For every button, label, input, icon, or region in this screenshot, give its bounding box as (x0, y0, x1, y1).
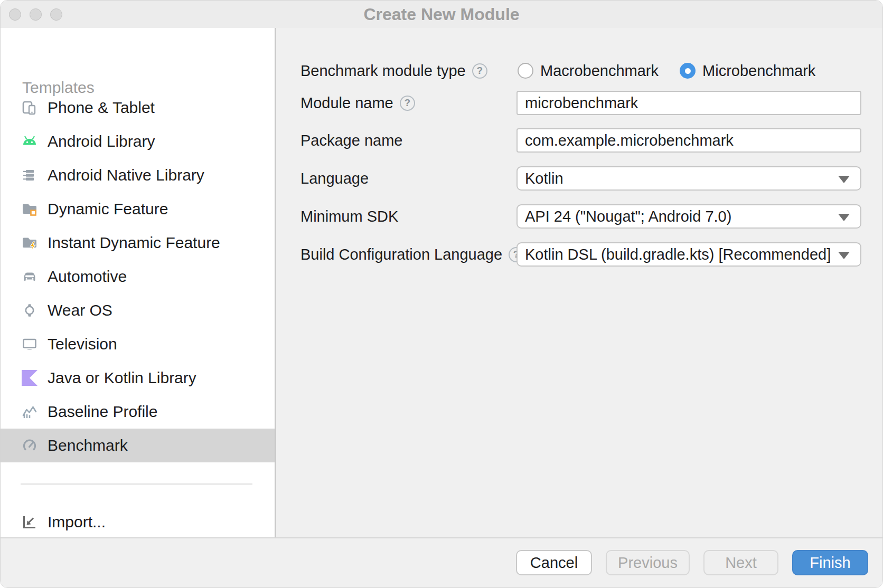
minimum-sdk-row: Minimum SDK API 24 ("Nougat"; Android 7.… (278, 204, 882, 229)
benchmark-type-row: Benchmark module type ? Macrobenchmark M… (278, 59, 882, 83)
sidebar-item-phone-tablet[interactable]: Phone & Tablet (1, 91, 275, 125)
sidebar-item-label: Android Library (48, 132, 155, 150)
package-name-label: Package name (300, 128, 402, 153)
sidebar-item-instant-dynamic-feature[interactable]: Instant Dynamic Feature (1, 226, 275, 260)
templates-sidebar: Templates Phone & Tablet (1, 28, 276, 537)
sidebar-item-android-native-library[interactable]: Android Native Library (1, 158, 275, 192)
language-dropdown[interactable]: Kotlin (516, 166, 861, 191)
module-name-row: Module name ? (278, 91, 882, 115)
tv-icon (22, 336, 37, 352)
template-list: Phone & Tablet Android Library (1, 91, 275, 462)
minimum-sdk-value: API 24 ("Nougat"; Android 7.0) (525, 208, 731, 225)
package-name-row: Package name (278, 128, 882, 153)
module-form: Benchmark module type ? Macrobenchmark M… (278, 28, 882, 537)
build-config-language-value: Kotlin DSL (build.gradle.kts) [Recommend… (525, 246, 831, 263)
radio-label: Macrobenchmark (540, 62, 659, 80)
sidebar-item-label: Android Native Library (48, 166, 204, 184)
folder-instant-icon (22, 235, 37, 251)
cancel-button[interactable]: Cancel (516, 550, 592, 575)
sidebar-item-label: Java or Kotlin Library (48, 369, 196, 387)
module-name-input[interactable] (516, 91, 861, 115)
minimum-sdk-dropdown[interactable]: API 24 ("Nougat"; Android 7.0) (516, 204, 861, 229)
sidebar-item-automotive[interactable]: Automotive (1, 260, 275, 293)
chevron-down-icon (838, 214, 850, 221)
sidebar-item-label: Phone & Tablet (48, 99, 155, 117)
sidebar-item-label: Wear OS (48, 301, 112, 319)
sidebar-item-label: Instant Dynamic Feature (48, 234, 220, 252)
phone-tablet-icon (22, 100, 37, 116)
sidebar-item-android-library[interactable]: Android Library (1, 125, 275, 158)
radio-selected-icon (680, 63, 696, 79)
title-bar: Create New Module (1, 1, 882, 28)
language-value: Kotlin (525, 170, 563, 187)
benchmark-type-radio-group: Macrobenchmark Microbenchmark (518, 59, 815, 83)
build-config-language-label: Build Configuration Language ? (300, 242, 524, 267)
finish-button[interactable]: Finish (792, 550, 868, 575)
folder-feature-icon (22, 201, 37, 217)
sidebar-item-java-kotlin-library[interactable]: Java or Kotlin Library (1, 361, 275, 395)
radio-unselected-icon (518, 63, 533, 79)
language-label: Language (300, 166, 369, 191)
sidebar-item-dynamic-feature[interactable]: Dynamic Feature (1, 192, 275, 226)
previous-button[interactable]: Previous (606, 550, 690, 575)
sidebar-item-wear-os[interactable]: Wear OS (1, 293, 275, 327)
radio-label: Microbenchmark (702, 62, 815, 80)
sidebar-separator (21, 483, 252, 485)
kotlin-icon (22, 370, 37, 386)
sidebar-item-label: Import... (48, 513, 106, 531)
sidebar-item-label: Automotive (48, 268, 127, 286)
sidebar-item-label: Baseline Profile (48, 403, 157, 421)
chevron-down-icon (838, 176, 850, 183)
module-name-label: Module name ? (300, 91, 415, 115)
chevron-down-icon (838, 252, 850, 259)
chip-icon (22, 167, 37, 183)
import-icon (22, 514, 37, 530)
watch-icon (22, 302, 37, 318)
help-icon[interactable]: ? (400, 96, 415, 111)
window-title: Create New Module (1, 1, 882, 28)
build-config-language-dropdown[interactable]: Kotlin DSL (build.gradle.kts) [Recommend… (516, 242, 861, 267)
sidebar-item-label: Dynamic Feature (48, 200, 168, 218)
sidebar-item-baseline-profile[interactable]: Baseline Profile (1, 395, 275, 429)
create-new-module-dialog: Create New Module Templates Phone & Tabl… (0, 0, 883, 588)
baseline-chart-icon (22, 404, 37, 420)
sidebar-item-label: Benchmark (48, 437, 128, 454)
build-config-language-row: Build Configuration Language ? Kotlin DS… (278, 242, 882, 267)
dialog-footer: Cancel Previous Next Finish (1, 537, 882, 587)
sidebar-item-benchmark[interactable]: Benchmark (1, 429, 275, 462)
package-name-input[interactable] (516, 128, 861, 153)
benchmark-type-label: Benchmark module type ? (300, 59, 487, 83)
sidebar-item-import[interactable]: Import... (1, 505, 275, 539)
sidebar-item-television[interactable]: Television (1, 327, 275, 361)
minimum-sdk-label: Minimum SDK (300, 204, 398, 229)
sidebar-item-label: Television (48, 335, 117, 353)
android-icon (22, 134, 37, 149)
radio-option-macrobenchmark[interactable]: Macrobenchmark (518, 62, 659, 80)
benchmark-gauge-icon (22, 438, 37, 453)
language-row: Language Kotlin (278, 166, 882, 191)
help-icon[interactable]: ? (472, 63, 487, 79)
car-icon (22, 269, 37, 284)
radio-option-microbenchmark[interactable]: Microbenchmark (680, 62, 815, 80)
next-button[interactable]: Next (703, 550, 778, 575)
